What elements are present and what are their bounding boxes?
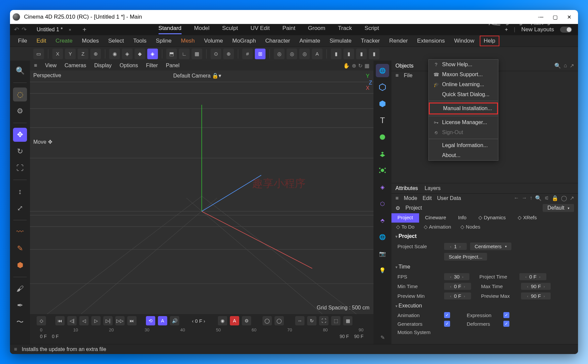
vp-menu-ham[interactable]: ≡ — [34, 63, 37, 69]
live-select-icon[interactable]: ◌ — [13, 88, 27, 101]
prevmax-input[interactable]: ‹90 F› — [521, 292, 551, 299]
attr-ham-icon[interactable]: ≡ — [395, 195, 398, 201]
undo-icon[interactable]: ↶ — [14, 26, 19, 33]
menu-modes[interactable]: Modes — [78, 36, 103, 46]
attr-userdata[interactable]: User Data — [437, 195, 461, 201]
rt-globe-icon[interactable]: 🌐 — [376, 230, 389, 244]
obj-ext-icon[interactable]: ↗ — [570, 63, 574, 69]
layout-uvedit[interactable]: UV Edit — [251, 25, 270, 34]
t1-icon[interactable]: ↕ — [13, 185, 27, 199]
tl-prevkey-icon[interactable]: ◁| — [67, 316, 77, 325]
axis-x-button[interactable]: X — [52, 49, 63, 59]
layout-model[interactable]: Model — [194, 25, 210, 34]
history-icon[interactable]: ▭ — [33, 49, 44, 59]
menu-spline[interactable]: Spline — [152, 36, 176, 46]
menu-create[interactable]: Create — [52, 36, 77, 46]
rt-edit-icon[interactable]: ✎ — [376, 331, 389, 344]
vp-nav3-icon[interactable]: ↻ — [358, 63, 362, 69]
help-item-about[interactable]: About... — [429, 150, 498, 160]
projscale-input[interactable]: ‹1› — [444, 243, 467, 250]
layout-paint[interactable]: Paint — [283, 25, 295, 34]
menu-tools[interactable]: Tools — [129, 36, 151, 46]
grid2-icon[interactable]: ⊞ — [255, 49, 266, 59]
help-item-onlinelearning[interactable]: 🎓Online Learning... — [429, 80, 498, 90]
settings-icon[interactable]: ⚙ — [13, 104, 27, 118]
tl-k2-icon[interactable]: ◯ — [275, 316, 284, 325]
layers-tab[interactable]: Layers — [425, 185, 441, 191]
tab-cineware[interactable]: Cineware — [419, 213, 452, 223]
rv2-icon[interactable]: ▮ — [343, 49, 354, 59]
rotate-tool-icon[interactable]: ↻ — [13, 144, 27, 158]
menu-select[interactable]: Select — [104, 36, 128, 46]
snap2-icon[interactable]: ⊕ — [223, 49, 234, 59]
vp-menu-panel[interactable]: Panel — [166, 63, 180, 69]
tl-auto-icon[interactable]: A — [158, 316, 167, 325]
new-layouts-label[interactable]: New Layouts — [521, 26, 554, 33]
def-check[interactable]: ✓ — [503, 321, 509, 327]
shade3-icon[interactable]: ◆ — [135, 49, 145, 59]
wave-icon[interactable]: 〜 — [13, 315, 27, 329]
shade4-icon[interactable]: ◈ — [147, 49, 158, 59]
rt-camera-icon[interactable]: 📷 — [376, 247, 389, 260]
rv1-icon[interactable]: ▮ — [331, 49, 341, 59]
rt-scene-icon[interactable]: ⬡ — [376, 197, 389, 210]
snap1-icon[interactable]: ⊙ — [211, 49, 221, 59]
rt-world-icon[interactable]: 🌐 — [376, 64, 389, 77]
objects-tab[interactable]: Objects — [395, 63, 413, 69]
nav-back-icon[interactable]: ← — [514, 195, 519, 201]
tl-m5-icon[interactable]: ▦ — [343, 316, 352, 325]
pen-icon[interactable]: ✒ — [13, 298, 27, 312]
projscale-unit[interactable]: Centimeters▾ — [470, 243, 511, 250]
scale-tool-icon[interactable]: ⛶ — [13, 161, 27, 175]
menu-window[interactable]: Window — [450, 36, 478, 46]
prevmin-input[interactable]: ‹0 F› — [444, 292, 471, 299]
project-gear-icon[interactable]: ⚙ — [395, 205, 400, 211]
attr-o-icon[interactable]: ◯ — [561, 195, 567, 201]
section-time[interactable]: Time — [391, 262, 578, 272]
layout-sculpt[interactable]: Sculpt — [222, 25, 238, 34]
close-button[interactable]: ✕ — [567, 14, 571, 20]
menu-simulate[interactable]: Simulate — [325, 36, 355, 46]
brush1-icon[interactable]: 〰 — [13, 225, 27, 239]
vp-menu-filter[interactable]: Filter — [146, 63, 158, 69]
attr-mode[interactable]: Mode — [404, 195, 417, 201]
menu-help[interactable]: Help — [480, 36, 499, 46]
tl-m4-icon[interactable]: ⬚ — [331, 316, 340, 325]
section-project[interactable]: Project — [391, 231, 578, 241]
tl-k1-icon[interactable]: ◯ — [263, 316, 272, 325]
status-ham-icon[interactable]: ≡ — [14, 346, 17, 352]
vp-nav4-icon[interactable]: ▦ — [364, 63, 369, 69]
tl-sound-icon[interactable]: 🔊 — [170, 316, 179, 325]
minimize-button[interactable]: — — [538, 14, 543, 20]
menu-volume[interactable]: Volume — [200, 36, 227, 46]
tl-rec1-icon[interactable]: ◉ — [218, 316, 227, 325]
attr-edit[interactable]: Edit — [422, 195, 432, 201]
help-item-maxonsupport[interactable]: ☎Maxon Support... — [429, 70, 498, 80]
gen-check[interactable]: ✓ — [444, 321, 450, 327]
help-item-manualinstallation[interactable]: Manual Installation... — [429, 102, 498, 114]
mintime-input[interactable]: ‹0 F› — [444, 283, 471, 290]
anim-check[interactable]: ✓ — [444, 312, 450, 318]
tl-rec2-icon[interactable]: A — [230, 316, 239, 325]
plane2-icon[interactable]: ∟ — [179, 49, 190, 59]
t2-icon[interactable]: ⤢ — [13, 201, 27, 215]
help-item-quickstartdialog[interactable]: Quick Start Dialog... — [429, 90, 498, 99]
search-icon[interactable]: 🔍 — [13, 64, 27, 78]
menu-extensions[interactable]: Extensions — [413, 36, 449, 46]
help-item-showhelp[interactable]: ?Show Help... — [429, 60, 498, 70]
tl-m1-icon[interactable]: ↔ — [295, 316, 304, 325]
plane3-icon[interactable]: ▦ — [192, 49, 202, 59]
menu-file[interactable]: File — [14, 36, 31, 46]
menu-animate[interactable]: Animate — [295, 36, 324, 46]
tl-play-icon[interactable]: ▷ — [91, 316, 101, 325]
add-layout-button[interactable]: + — [505, 27, 508, 33]
layout-groom[interactable]: Groom — [308, 25, 325, 34]
attr-search-icon[interactable]: 🔍 — [535, 195, 542, 201]
brush3-icon[interactable]: ⬢ — [13, 258, 27, 272]
vp-nav1-icon[interactable]: ✋ — [343, 63, 350, 69]
move-tool-icon[interactable]: ✥ — [13, 128, 27, 142]
axis-z-button[interactable]: Z — [78, 49, 88, 59]
attr-lock-icon[interactable]: 🔒 — [552, 195, 558, 201]
vp-nav2-icon[interactable]: ⊕ — [352, 63, 356, 69]
nav-fwd-icon[interactable]: → — [522, 195, 527, 201]
